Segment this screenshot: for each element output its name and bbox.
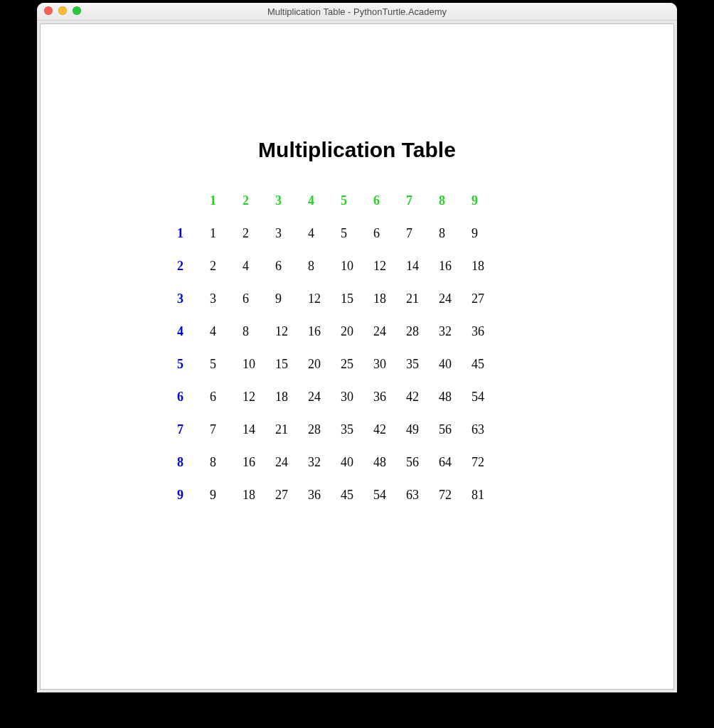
window-titlebar[interactable]: Multiplication Table - PythonTurtle.Acad…	[37, 3, 677, 21]
table-cell: 20	[339, 315, 372, 348]
table-cell: 36	[470, 315, 503, 348]
table-cell: 12	[372, 250, 405, 282]
table-cell: 18	[241, 478, 274, 511]
table-cell: 21	[405, 282, 437, 315]
table-row-header: 1	[176, 217, 208, 250]
table-cell: 3	[208, 282, 241, 315]
table-cell: 16	[307, 315, 339, 348]
table-cell: 45	[470, 348, 503, 380]
table-cell: 40	[339, 446, 372, 478]
table-cell: 12	[274, 315, 307, 348]
table-cell: 36	[372, 380, 405, 413]
table-cell: 18	[274, 380, 307, 413]
table-cell: 24	[274, 446, 307, 478]
table-cell: 7	[208, 413, 241, 446]
table-row-header: 9	[176, 478, 208, 511]
table-cell: 20	[307, 348, 339, 380]
table-cell: 18	[470, 250, 503, 282]
table-cell: 48	[437, 380, 470, 413]
page-title: Multiplication Table	[41, 138, 673, 162]
table-cell: 24	[372, 315, 405, 348]
table-cell: 81	[470, 478, 503, 511]
table-cell: 4	[208, 315, 241, 348]
table-col-header: 4	[307, 184, 339, 217]
table-cell: 9	[208, 478, 241, 511]
table-cell: 27	[274, 478, 307, 511]
table-cell: 12	[307, 282, 339, 315]
table-cell: 14	[405, 250, 437, 282]
table-cell: 2	[241, 217, 274, 250]
multiplication-table: 1234567891123456789224681012141618336912…	[176, 184, 503, 511]
window-controls	[44, 6, 81, 15]
table-cell: 2	[208, 250, 241, 282]
table-cell: 7	[405, 217, 437, 250]
table-cell: 42	[405, 380, 437, 413]
table-cell: 6	[208, 380, 241, 413]
table-cell: 9	[470, 217, 503, 250]
table-cell: 24	[437, 282, 470, 315]
minimize-icon[interactable]	[58, 6, 67, 15]
table-cell: 30	[339, 380, 372, 413]
table-cell: 6	[372, 217, 405, 250]
table-cell: 49	[405, 413, 437, 446]
table-cell: 6	[241, 282, 274, 315]
table-cell: 10	[241, 348, 274, 380]
table-cell: 56	[437, 413, 470, 446]
canvas-container: Multiplication Table 1234567891123456789…	[37, 21, 677, 692]
table-cell: 14	[241, 413, 274, 446]
table-cell: 28	[307, 413, 339, 446]
table-col-header: 8	[437, 184, 470, 217]
table-row-header: 4	[176, 315, 208, 348]
table-row-header: 3	[176, 282, 208, 315]
table-cell: 35	[339, 413, 372, 446]
table-cell: 42	[372, 413, 405, 446]
table-cell: 32	[307, 446, 339, 478]
table-cell: 5	[339, 217, 372, 250]
table-corner	[176, 184, 208, 217]
table-cell: 1	[208, 217, 241, 250]
table-col-header: 1	[208, 184, 241, 217]
close-icon[interactable]	[44, 6, 53, 15]
table-cell: 8	[437, 217, 470, 250]
table-cell: 4	[307, 217, 339, 250]
table-cell: 36	[307, 478, 339, 511]
table-row-header: 7	[176, 413, 208, 446]
table-cell: 63	[470, 413, 503, 446]
table-cell: 4	[241, 250, 274, 282]
table-col-header: 2	[241, 184, 274, 217]
table-cell: 54	[470, 380, 503, 413]
table-cell: 8	[307, 250, 339, 282]
table-cell: 63	[405, 478, 437, 511]
table-cell: 6	[274, 250, 307, 282]
app-window: Multiplication Table - PythonTurtle.Acad…	[37, 3, 677, 692]
table-row-header: 6	[176, 380, 208, 413]
table-cell: 16	[437, 250, 470, 282]
table-cell: 21	[274, 413, 307, 446]
table-cell: 35	[405, 348, 437, 380]
zoom-icon[interactable]	[73, 6, 81, 15]
table-cell: 28	[405, 315, 437, 348]
table-cell: 32	[437, 315, 470, 348]
table-cell: 64	[437, 446, 470, 478]
table-cell: 45	[339, 478, 372, 511]
table-cell: 5	[208, 348, 241, 380]
table-col-header: 5	[339, 184, 372, 217]
table-col-header: 6	[372, 184, 405, 217]
table-cell: 27	[470, 282, 503, 315]
table-cell: 12	[241, 380, 274, 413]
table-cell: 10	[339, 250, 372, 282]
table-row-header: 8	[176, 446, 208, 478]
table-cell: 8	[208, 446, 241, 478]
table-cell: 72	[437, 478, 470, 511]
table-cell: 40	[437, 348, 470, 380]
table-cell: 15	[339, 282, 372, 315]
table-cell: 56	[405, 446, 437, 478]
table-cell: 8	[241, 315, 274, 348]
table-cell: 30	[372, 348, 405, 380]
table-col-header: 7	[405, 184, 437, 217]
table-cell: 18	[372, 282, 405, 315]
table-row-header: 5	[176, 348, 208, 380]
table-cell: 72	[470, 446, 503, 478]
table-col-header: 3	[274, 184, 307, 217]
table-cell: 3	[274, 217, 307, 250]
